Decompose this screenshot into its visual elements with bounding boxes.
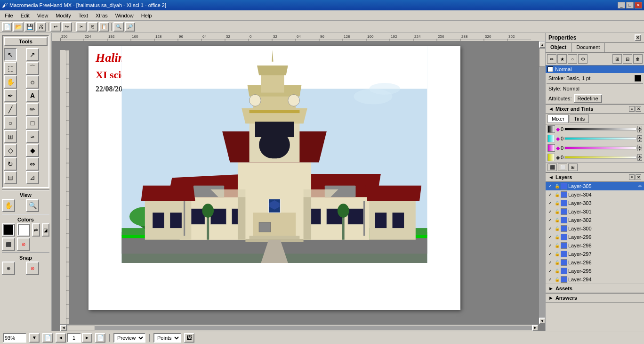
scale-tool[interactable]: ⬚ [4,62,17,75]
layer-lock-icon[interactable]: 🔒 [554,251,560,257]
redefine-button[interactable]: Redefine [574,94,602,103]
scroll-up-btn[interactable]: ▲ [539,41,545,48]
prop-grid2-btn[interactable]: ⊟ [623,54,632,64]
layers-close-btn[interactable]: ✕ [636,174,641,180]
h-scrollbar[interactable]: ◄ ► [60,324,539,331]
layer-visible-check[interactable]: ✓ [547,192,553,197]
knife-tool[interactable]: ◇ [4,144,17,157]
menu-file[interactable]: File [1,12,17,19]
answers-header[interactable]: ► Answers [546,294,644,303]
menu-xtras[interactable]: Xtras [92,12,112,19]
close-button[interactable]: ✕ [635,2,642,8]
toolbar-paste[interactable]: 📋 [99,22,109,32]
open-file-btn[interactable]: 📄 [42,333,53,343]
prop-circle-btn[interactable]: ○ [568,54,577,64]
prop-star-btn[interactable]: ★ [557,54,567,64]
mixer-down-3[interactable]: ▼ [637,148,642,151]
rect-tool[interactable]: □ [26,116,39,130]
layer-row[interactable]: ✓ 🔒 Layer-300 [546,224,644,233]
layer-lock-icon[interactable]: 🔒 [554,243,560,248]
text-tool[interactable]: A [26,89,39,102]
h-scroll-thumb[interactable] [67,326,95,330]
layer-row[interactable]: ✓ 🔒 Layer-297 [546,250,644,258]
ellipse-tool[interactable]: ○ [4,116,17,130]
layer-visible-check[interactable]: ✓ [547,209,553,214]
prop-grid1-btn[interactable]: ⊞ [612,54,622,64]
units-dropdown[interactable]: Points [153,333,181,343]
zoom-dropdown-btn[interactable]: ▼ [29,333,40,343]
toolbar-save[interactable]: 💾 [24,22,35,32]
layer-row[interactable]: ✓ 🔒 Layer-299 [546,233,644,241]
menu-help[interactable]: Help [137,12,156,19]
lasso-tool[interactable]: ⌒ [26,62,39,75]
menu-window[interactable]: Window [112,12,137,19]
menu-modify[interactable]: Modify [52,12,74,19]
layer-visible-check[interactable]: ✓ [547,260,553,265]
mixer-collapse-icon[interactable]: ◄ [548,106,554,112]
layer-lock-icon[interactable]: 🔒 [554,277,560,282]
mixer-up-2[interactable]: ▲ [637,135,642,139]
default-colors-btn[interactable]: ◪ [42,223,50,237]
layer-lock-icon[interactable]: 🔒 [554,260,560,265]
layer-visible-check[interactable]: ✓ [547,200,553,206]
prev-page-btn[interactable]: ◄ [56,333,66,343]
toolbar-copy[interactable]: ⎘ [88,22,98,32]
canvas-inner[interactable]: 576 544 512 480 448 [60,41,545,331]
page-number-input[interactable] [67,333,81,343]
maximize-button[interactable]: □ [626,2,634,8]
scroll-left-btn[interactable]: ◄ [60,325,67,331]
toolbar-cut[interactable]: ✂ [76,22,87,32]
layer-lock-icon[interactable]: 🔒 [554,217,560,223]
zoom-view-tool[interactable]: 🔍 [26,199,39,212]
subselect-tool[interactable]: ↗ [26,48,39,61]
mixer-up-1[interactable]: ▲ [637,126,642,129]
layer-visible-check[interactable]: ✓ [547,251,553,257]
hand-tool[interactable]: ✋ [4,75,17,89]
layer-visible-check[interactable]: ✓ [547,268,553,274]
prop-trash-btn[interactable]: 🗑 [633,54,643,64]
mixer-up-4[interactable]: ▲ [637,154,642,157]
reflect-tool[interactable]: ⇔ [26,157,39,171]
prop-settings-btn[interactable]: ⚙ [578,54,588,64]
layer-lock-icon[interactable]: 🔒 [554,183,560,189]
mixer-down-4[interactable]: ▼ [637,157,642,161]
v-scrollbar[interactable]: ▲ ▼ [539,41,545,324]
paint-bucket[interactable]: ◆ [26,144,39,157]
layer-lock-icon[interactable]: 🔒 [554,234,560,240]
snap-tool-1[interactable]: ⊕ [2,262,15,275]
mixer-close-btn[interactable]: ✕ [636,106,641,112]
mixer-down-1[interactable]: ▼ [637,129,642,132]
pan-view-tool[interactable]: ✋ [2,199,15,212]
tab-object[interactable]: Object [546,43,572,52]
mixer-tab-tints[interactable]: Tints [570,115,589,123]
layer-row[interactable]: ✓ 🔒 Layer-302 [546,216,644,224]
mixer-tab-mixer[interactable]: Mixer [547,115,569,123]
layer-visible-check[interactable]: ✓ [547,234,553,240]
menu-edit[interactable]: Edit [17,12,33,19]
scroll-right-btn[interactable]: ► [532,325,539,331]
layer-row[interactable]: ✓ 🔒 Layer-295 [546,267,644,275]
line-tool[interactable]: ╱ [4,103,17,116]
mixer-slider-4[interactable] [564,156,636,159]
tab-document[interactable]: Document [572,43,605,52]
stroke-color-btn[interactable] [2,223,15,237]
view-mode-dropdown[interactable]: Preview [113,333,145,343]
layer-row[interactable]: ✓ 🔒 Layer-304 [546,190,644,199]
tracing-btn[interactable]: 🖼 [184,333,194,343]
layer-row[interactable]: ✓ 🔒 Layer-298 [546,241,644,250]
mixer-up-3[interactable]: ▲ [637,145,642,148]
toolbar-print[interactable]: 🖨 [36,22,46,32]
mixer-icon-btn-3[interactable]: ⊞ [568,164,578,171]
freeform-tool[interactable]: ≈ [26,130,39,143]
mixer-icon-btn-1[interactable]: ⬛ [547,164,557,171]
layer-row[interactable]: ✓ 🔒 Layer-303 [546,199,644,207]
layer-row[interactable]: ✓ 🔒 Layer-305 ✏ [546,182,644,190]
canvas-area[interactable]: // This won't execute inside SVG but we … [52,33,545,331]
minimize-button[interactable]: _ [618,2,625,8]
menu-text[interactable]: Text [75,12,92,19]
toolbar-new[interactable]: 📄 [2,22,12,32]
add-page-btn[interactable]: 📄 [95,333,105,343]
toolbar-open[interactable]: 📂 [13,22,24,32]
v-scroll-track[interactable] [539,48,545,318]
layer-lock-icon[interactable]: 🔒 [554,192,560,197]
